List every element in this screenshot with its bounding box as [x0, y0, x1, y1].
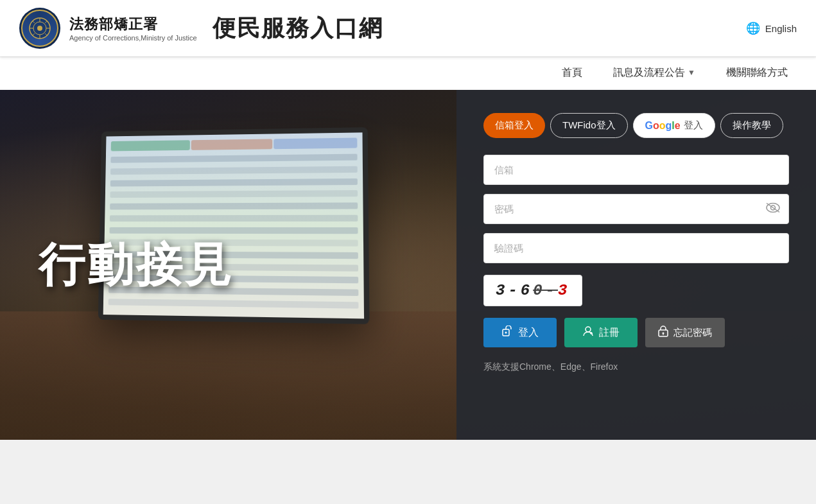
login-button[interactable]: 登入 [483, 318, 557, 347]
captcha-input[interactable] [483, 233, 789, 263]
logo-svg [28, 17, 51, 40]
forgot-password-button[interactable]: 忘記密碼 [645, 318, 725, 347]
laptop-screen-content [103, 132, 364, 318]
tab-email-login[interactable]: 信箱登入 [483, 113, 545, 138]
forgot-icon [658, 326, 668, 340]
svg-point-20 [663, 333, 664, 335]
hero-text-block: 行動接見 [39, 239, 234, 290]
tab-email-login-label: 信箱登入 [495, 119, 534, 130]
forgot-password-label: 忘記密碼 [673, 327, 712, 339]
firefox-link[interactable]: Firefox [591, 361, 618, 372]
svg-point-16 [586, 327, 591, 332]
password-toggle-icon[interactable] [766, 202, 780, 216]
nav-home[interactable]: 首頁 [559, 57, 585, 90]
laptop-screen [98, 127, 370, 324]
captcha-image[interactable]: 3-60-3 [483, 275, 582, 306]
register-button[interactable]: 註冊 [564, 318, 638, 347]
browser-support-sep2: 、 [582, 361, 591, 372]
globe-icon: 🌐 [746, 21, 760, 35]
browser-support-label: 系統支援Chrome、 [483, 361, 560, 372]
login-button-label: 登入 [518, 326, 539, 340]
org-name-en: Agency of Corrections,Ministry of Justic… [69, 34, 197, 42]
login-icon [501, 326, 513, 340]
page-header: 法務部矯正署 Agency of Corrections,Ministry of… [0, 0, 816, 56]
tab-twfido-login[interactable]: TWFido登入 [550, 113, 628, 138]
register-button-label: 註冊 [599, 326, 620, 340]
org-name-block: 法務部矯正署 Agency of Corrections,Ministry of… [69, 15, 197, 42]
edge-link[interactable]: Edge [560, 361, 582, 372]
nav-home-label: 首頁 [562, 66, 582, 80]
google-g-icon: Google [645, 120, 681, 132]
language-switcher[interactable]: 🌐 English [746, 21, 797, 35]
password-input[interactable] [483, 194, 789, 224]
action-buttons: 登入 註冊 [483, 318, 789, 347]
login-tabs: 信箱登入 TWFido登入 Google 登入 操作教學 [483, 113, 789, 138]
org-logo [19, 8, 60, 49]
nav-contact[interactable]: 機關聯絡方式 [724, 57, 790, 90]
tab-tutorial[interactable]: 操作教學 [720, 113, 783, 138]
nav-news[interactable]: 訊息及流程公告 ▼ [611, 57, 698, 90]
main-nav: 首頁 訊息及流程公告 ▼ 機關聯絡方式 [0, 56, 816, 90]
register-icon [582, 326, 594, 340]
hero-laptop [98, 127, 370, 324]
logo-inner [21, 10, 58, 47]
nav-contact-label: 機關聯絡方式 [726, 66, 788, 80]
hero-title: 行動接見 [39, 239, 234, 290]
email-input[interactable] [483, 155, 789, 185]
tab-twfido-login-label: TWFido登入 [562, 119, 616, 130]
hero-section: 行動接見 信箱登入 TWFido登入 Google 登入 操作教學 [0, 90, 816, 440]
tab-google-login[interactable]: Google 登入 [633, 113, 715, 138]
nav-news-label: 訊息及流程公告 [613, 66, 685, 80]
svg-point-2 [37, 26, 42, 31]
org-name-zh: 法務部矯正署 [69, 15, 197, 34]
header-left: 法務部矯正署 Agency of Corrections,Ministry of… [19, 8, 383, 49]
captcha-row: 3-60-3 [483, 275, 789, 306]
tab-tutorial-label: 操作教學 [733, 119, 771, 130]
browser-support-text: 系統支援Chrome、Edge、Firefox [483, 361, 789, 373]
svg-point-15 [505, 332, 507, 334]
site-title: 便民服務入口網 [213, 13, 383, 44]
captcha-text: 3-60-3 [496, 282, 570, 299]
password-wrapper [483, 194, 789, 224]
login-panel: 信箱登入 TWFido登入 Google 登入 操作教學 [456, 90, 816, 440]
language-label: English [765, 23, 797, 34]
tab-google-login-label: 登入 [684, 119, 703, 132]
nav-news-dropdown-arrow: ▼ [688, 68, 695, 77]
